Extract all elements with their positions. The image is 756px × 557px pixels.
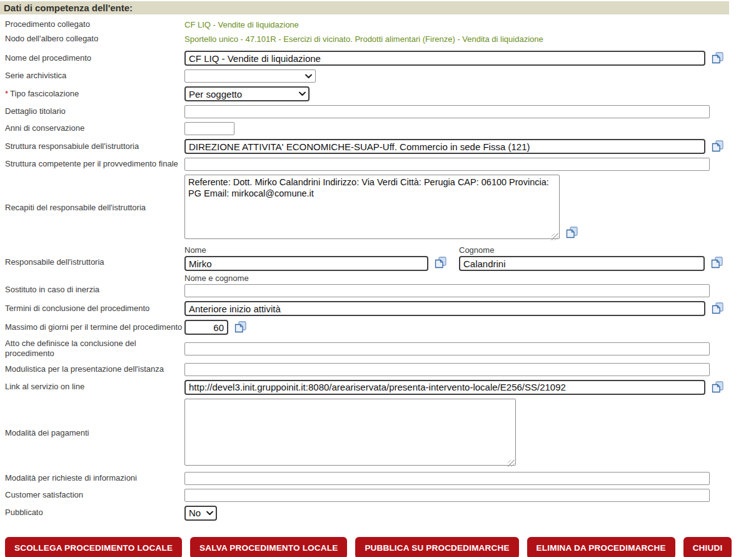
value-procedimento-collegato: CF LIQ - Vendite di liquidazione [184,20,299,29]
label-struttura-responsabile: Struttura responsabiule dell'istruttoria [0,141,184,151]
copy-icon[interactable] [710,381,725,394]
tipo-fascicolazione-select[interactable]: Per soggetto [184,86,310,101]
row-modalita-pagamenti: Modalità dei pagamenti [0,399,756,468]
sublabel-nome-cognome: Nome e cognome [184,273,710,283]
label-termini: Termini di conclusione del procedimento [0,304,184,314]
row-serie-archivistica: Serie archivistica [0,69,756,83]
scollega-procedimento-locale-button[interactable]: SCOLLEGA PROCEDIMENTO LOCALE [5,537,182,557]
row-anni-conservazione: Anni di conservazione [0,122,756,135]
label-procedimento-collegato: Procedimento collegato [0,19,184,29]
responsabile-nome-input[interactable] [184,256,428,271]
copy-icon[interactable] [710,140,725,153]
label-pubblicato: Pubblicato [0,508,184,518]
label-modulistica: Modulistica per la presentazione dell'is… [0,364,184,374]
anni-conservazione-input[interactable] [184,122,234,135]
customer-satisfaction-input[interactable] [184,489,710,502]
label-struttura-competente: Struttura competente per il provvediment… [0,159,184,169]
row-massimo-giorni: Massimo di giorni per il termine del pro… [0,320,756,335]
row-procedimento-collegato: Procedimento collegato CF LIQ - Vendite … [0,18,756,31]
modalita-richieste-input[interactable] [184,472,710,485]
struttura-responsabile-input[interactable] [184,139,705,154]
label-anni-conservazione: Anni di conservazione [0,123,184,133]
label-tipo-fascicolazione: *Tipo fascicolazione [0,89,184,99]
required-asterisk: * [5,89,8,98]
elimina-da-procedimarche-button[interactable]: ELIMINA DA PROCEDIMARCHE [527,537,675,557]
pubblica-su-procedimarche-button[interactable]: PUBBLICA SU PROCDEDIMARCHE [355,537,518,557]
sublabel-nome: Nome [184,245,428,255]
label-serie-archivistica: Serie archivistica [0,71,184,81]
pubblicato-select[interactable]: No [184,506,217,521]
link-servizio-input[interactable] [184,380,705,395]
label-dettaglio-titolario: Dettaglio titolario [0,106,184,116]
copy-icon[interactable] [710,257,724,269]
sostituto-input[interactable] [184,284,710,297]
recapiti-textarea[interactable]: Referente: Dott. Mirko Calandrini Indiri… [184,175,560,239]
row-nome-procedimento: Nome del procedimento [0,51,756,66]
row-link-servizio: Link al servizio on line [0,380,756,395]
label-customer-satisfaction: Customer satisfaction [0,490,184,500]
value-nodo-albero: Sportello unico - 47.101R - Esercizi di … [184,34,543,44]
label-link-servizio: Link al servizio on line [0,382,184,392]
copy-icon[interactable] [710,52,725,64]
label-modalita-richieste: Modalità per richieste di informazioni [0,473,184,483]
copy-icon[interactable] [710,302,725,315]
massimo-giorni-input[interactable] [184,320,228,335]
row-tipo-fascicolazione: *Tipo fascicolazione Per soggetto [0,86,756,101]
action-button-bar: SCOLLEGA PROCEDIMENTO LOCALE SALVA PROCE… [5,537,756,557]
label-atto-conclusione: Atto che definisce la conclusione del pr… [0,339,184,359]
modalita-pagamenti-textarea[interactable] [184,399,516,466]
serie-archivistica-select[interactable] [184,69,316,83]
copy-icon[interactable] [233,321,248,334]
label-sostituto: Sostituto in caso di inerzia [0,285,184,297]
row-dettaglio-titolario: Dettaglio titolario [0,105,756,118]
row-customer-satisfaction: Customer satisfaction [0,489,756,502]
row-modulistica: Modulistica per la presentazione dell'is… [0,363,756,376]
copy-icon[interactable] [565,227,579,239]
section-header: Dati di competenza dell'ente: [0,1,729,14]
modulistica-input[interactable] [184,363,710,376]
procedure-detail-form: Dati di competenza dell'ente: Procedimen… [0,1,756,557]
row-pubblicato: Pubblicato No [0,506,756,521]
copy-icon[interactable] [433,257,448,269]
row-atto-conclusione: Atto che definisce la conclusione del pr… [0,339,756,359]
row-struttura-responsabile: Struttura responsabiule dell'istruttoria [0,139,756,154]
sublabel-cognome: Cognome [459,245,705,255]
label-responsabile: Responsabile dell'istruttoria [0,257,184,271]
label-recapiti: Recapiti del responsabile dell'istruttor… [0,203,184,213]
nome-procedimento-input[interactable] [184,51,705,66]
chiudi-button[interactable]: CHIUDI [683,537,732,557]
row-termini: Termini di conclusione del procedimento [0,301,756,316]
responsabile-cognome-input[interactable] [459,256,705,271]
section-title: Dati di competenza dell'ente: [4,3,133,13]
termini-input[interactable] [184,301,705,316]
label-nome-procedimento: Nome del procedimento [0,53,184,63]
row-struttura-competente: Struttura competente per il provvediment… [0,158,756,171]
label-massimo-giorni: Massimo di giorni per il termine del pro… [0,322,184,332]
label-modalita-pagamenti: Modalità dei pagamenti [0,428,184,438]
struttura-competente-input[interactable] [184,158,710,171]
row-recapiti: Recapiti del responsabile dell'istruttor… [0,175,756,242]
label-nodo-albero: Nodo dell'albero collegato [0,34,184,44]
row-sostituto: Sostituto in caso di inerzia Nome e cogn… [0,273,756,297]
form-body: Procedimento collegato CF LIQ - Vendite … [0,14,756,521]
salva-procedimento-locale-button[interactable]: SALVA PROCEDIMENTO LOCALE [190,537,347,557]
atto-conclusione-input[interactable] [184,342,710,355]
row-nodo-albero: Nodo dell'albero collegato Sportello uni… [0,33,756,46]
dettaglio-titolario-input[interactable] [184,105,710,118]
row-modalita-richieste: Modalità per richieste di informazioni [0,472,756,485]
row-responsabile: Responsabile dell'istruttoria Nome Cogno… [0,245,756,271]
